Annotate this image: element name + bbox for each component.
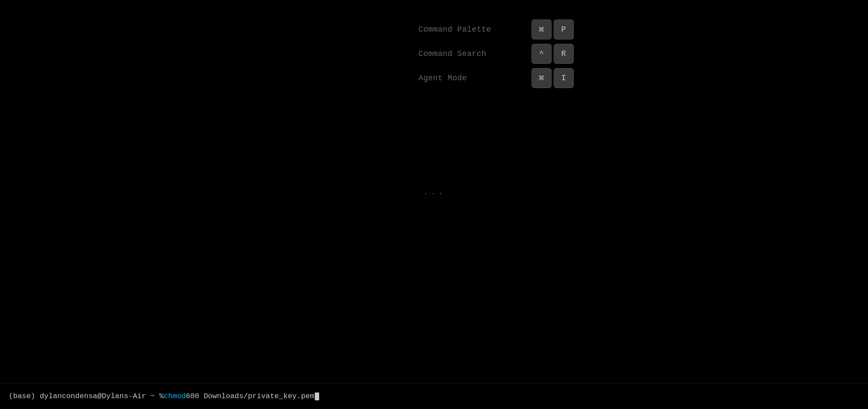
key-cmd-1: ⌘ bbox=[531, 20, 551, 39]
prompt-args-text: 600 Downloads/private_key.pem bbox=[186, 392, 314, 400]
command-palette-label: Command Palette bbox=[419, 25, 523, 34]
prompt-command-text: chmod bbox=[164, 392, 186, 400]
ellipsis-indicator: ... bbox=[423, 186, 446, 197]
terminal-prompt-line: (base) dylancondensa@Dylans-Air ~ % chmo… bbox=[9, 392, 319, 400]
command-menu: Command Palette ⌘ P Command Search ^ R A… bbox=[419, 20, 574, 88]
command-search-label: Command Search bbox=[419, 49, 523, 58]
key-ctrl: ^ bbox=[531, 44, 551, 64]
terminal-main-area: Command Palette ⌘ P Command Search ^ R A… bbox=[0, 0, 868, 383]
terminal-prompt-bar[interactable]: (base) dylancondensa@Dylans-Air ~ % chmo… bbox=[0, 383, 868, 409]
terminal-cursor bbox=[315, 393, 319, 400]
key-cmd-2: ⌘ bbox=[531, 68, 551, 88]
agent-mode-keys: ⌘ I bbox=[531, 68, 574, 88]
command-palette-keys: ⌘ P bbox=[531, 20, 574, 39]
command-search-keys: ^ R bbox=[531, 44, 574, 64]
agent-mode-label: Agent Mode bbox=[419, 74, 523, 82]
key-i: I bbox=[554, 68, 574, 88]
prompt-base-text: (base) dylancondensa@Dylans-Air ~ % bbox=[9, 392, 164, 400]
terminal-window: Command Palette ⌘ P Command Search ^ R A… bbox=[0, 0, 868, 409]
key-r: R bbox=[554, 44, 574, 64]
key-p: P bbox=[554, 20, 574, 39]
menu-row-command-search: Command Search ^ R bbox=[419, 44, 574, 64]
menu-row-agent-mode: Agent Mode ⌘ I bbox=[419, 68, 574, 88]
menu-row-command-palette: Command Palette ⌘ P bbox=[419, 20, 574, 39]
